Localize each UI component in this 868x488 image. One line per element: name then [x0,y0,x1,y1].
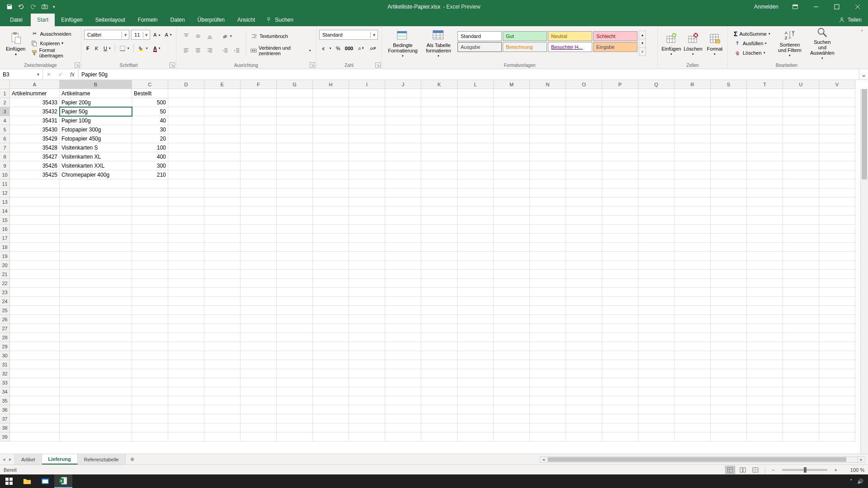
col-header[interactable]: P [602,80,638,89]
cell[interactable]: 35432 [10,107,60,116]
cell[interactable] [277,369,313,378]
cell[interactable] [168,125,204,134]
cell[interactable]: Artikelname [60,89,132,98]
close-button[interactable] [847,0,868,14]
cell[interactable] [168,134,204,143]
cell[interactable] [566,143,602,152]
cell[interactable] [458,405,494,414]
cell[interactable] [313,369,349,378]
cell[interactable] [638,396,675,405]
cell[interactable] [638,225,675,234]
style-besuchter-link[interactable]: Besuchter H... [548,42,592,52]
cell[interactable] [783,396,819,405]
cell[interactable] [10,197,60,206]
cell[interactable] [458,252,494,261]
cell[interactable] [675,234,711,243]
cell[interactable] [458,342,494,351]
cell[interactable] [204,134,241,143]
cell[interactable] [602,161,638,170]
cell[interactable] [313,306,349,315]
cell[interactable] [60,206,132,216]
cell[interactable] [783,170,819,179]
cell[interactable] [711,297,747,306]
cell[interactable] [638,179,675,188]
cell[interactable] [819,152,855,161]
cell[interactable] [675,333,711,342]
cell[interactable] [675,369,711,378]
cell[interactable] [602,261,638,270]
cell[interactable] [60,324,132,333]
cell[interactable] [783,405,819,414]
cell[interactable] [132,179,168,188]
cell[interactable] [675,288,711,297]
clear-button[interactable]: Löschen▾ [731,48,773,58]
cell[interactable] [819,324,855,333]
cell[interactable] [819,387,855,396]
cell[interactable]: Visitenkarten XXL [60,161,132,170]
cell[interactable] [711,152,747,161]
cell[interactable] [313,324,349,333]
cell[interactable] [385,360,421,369]
cell[interactable] [241,297,277,306]
cell[interactable] [60,297,132,306]
cell[interactable] [747,315,783,324]
row-header[interactable]: 28 [0,333,10,342]
cell[interactable] [385,261,421,270]
increase-decimal-button[interactable]: ,0 [355,43,367,53]
cell[interactable] [566,125,602,134]
row-header[interactable]: 31 [0,360,10,369]
cell[interactable] [313,197,349,206]
cell[interactable] [530,170,566,179]
cell[interactable] [204,161,241,170]
cell[interactable] [168,161,204,170]
cell[interactable] [530,378,566,387]
enter-formula-button[interactable]: ✓ [55,71,66,78]
cell[interactable] [783,125,819,134]
vertical-scrollbar[interactable] [860,89,868,454]
cell[interactable] [132,315,168,324]
cell[interactable] [349,143,385,152]
cell[interactable] [204,234,241,243]
cell[interactable] [783,252,819,261]
cell[interactable] [168,188,204,197]
cell[interactable] [168,179,204,188]
cell[interactable] [711,252,747,261]
cell[interactable] [132,225,168,234]
cell[interactable] [241,98,277,107]
cell[interactable] [458,225,494,234]
cell[interactable] [602,315,638,324]
cell[interactable] [313,161,349,170]
row-header[interactable]: 30 [0,351,10,360]
cell[interactable] [277,252,313,261]
cell[interactable] [530,261,566,270]
cell[interactable] [277,261,313,270]
cell[interactable] [313,261,349,270]
row-header[interactable]: 1 [0,89,10,98]
cell[interactable] [204,351,241,360]
cell[interactable] [313,234,349,243]
cell[interactable] [711,125,747,134]
cell[interactable] [349,333,385,342]
cell[interactable] [819,423,855,432]
camera-button[interactable] [39,1,51,13]
cell[interactable] [277,98,313,107]
cell[interactable] [10,288,60,297]
cell[interactable] [783,414,819,423]
cell[interactable] [566,306,602,315]
cell[interactable] [530,98,566,107]
cell[interactable] [204,288,241,297]
cell[interactable] [385,297,421,306]
cell[interactable] [711,216,747,225]
cell[interactable] [349,252,385,261]
cell[interactable] [458,152,494,161]
tab-file[interactable]: Datei [2,14,31,26]
cell[interactable] [313,152,349,161]
cell[interactable] [747,261,783,270]
cell[interactable] [638,270,675,279]
cell[interactable] [494,188,530,197]
cell[interactable] [349,170,385,179]
zoom-level[interactable]: 100 % [842,467,864,473]
cell[interactable] [566,396,602,405]
row-header[interactable]: 26 [0,315,10,324]
cell[interactable] [747,396,783,405]
